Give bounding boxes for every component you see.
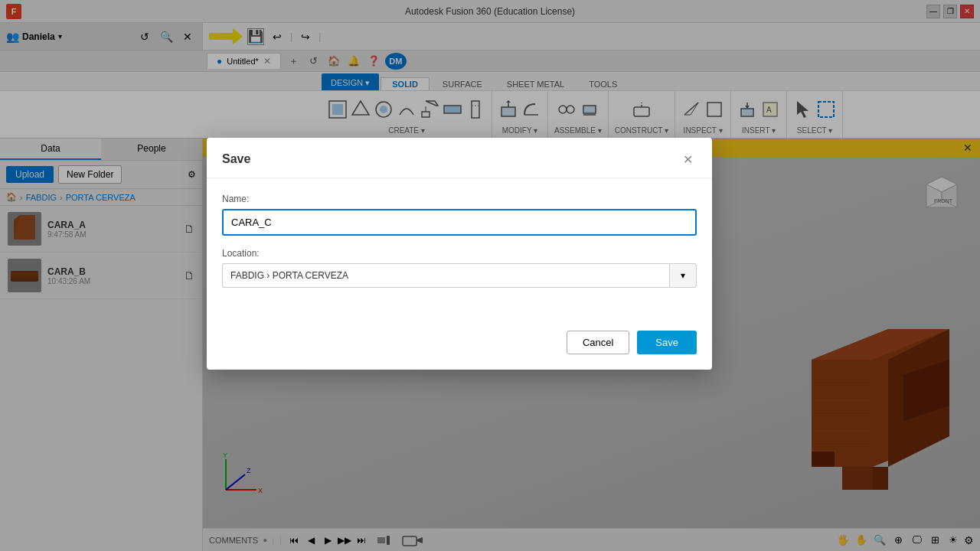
app: F Autodesk Fusion 360 (Education License… <box>0 0 980 551</box>
location-input[interactable] <box>222 263 669 288</box>
dialog-title: Save <box>222 152 250 166</box>
dialog-header: Save ✕ <box>207 138 712 178</box>
dialog-overlay: Save ✕ Name: Location: ▾ Cancel Save <box>0 0 980 551</box>
dialog-close-button[interactable]: ✕ <box>678 150 697 168</box>
cancel-button[interactable]: Cancel <box>567 331 629 354</box>
name-label: Name: <box>222 194 697 204</box>
location-dropdown-button[interactable]: ▾ <box>669 263 697 288</box>
dialog-footer: Cancel Save <box>207 318 712 370</box>
name-input[interactable] <box>222 209 697 236</box>
dialog-body: Name: Location: ▾ <box>207 178 712 318</box>
save-dialog: Save ✕ Name: Location: ▾ Cancel Save <box>207 138 712 370</box>
location-row: ▾ <box>222 263 697 288</box>
location-label: Location: <box>222 248 697 259</box>
save-button[interactable]: Save <box>637 331 697 354</box>
